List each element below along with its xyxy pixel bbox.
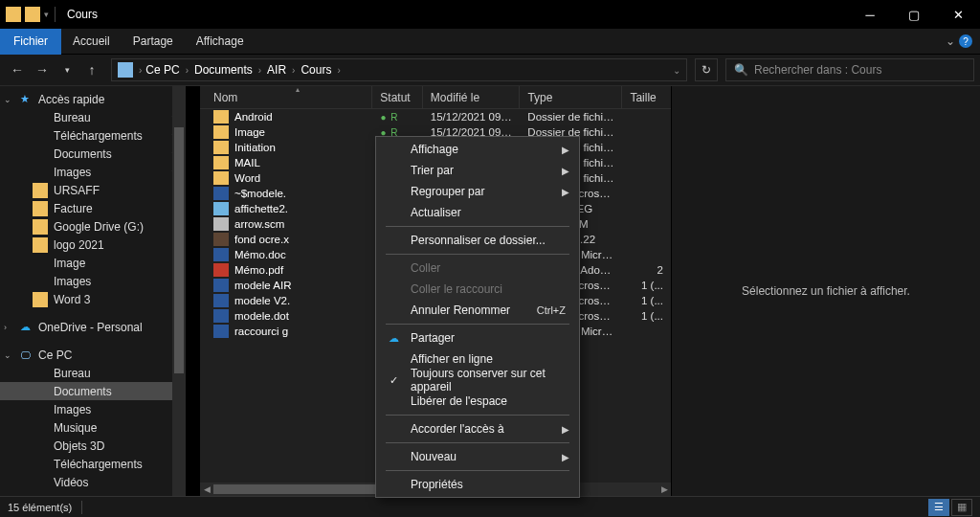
status-text: 15 élément(s) bbox=[8, 502, 72, 513]
maximize-button[interactable]: ▢ bbox=[892, 0, 936, 29]
crumb-2[interactable]: Documents bbox=[194, 63, 253, 77]
window-title: Cours bbox=[67, 8, 98, 21]
app-icon bbox=[6, 7, 21, 22]
nav-quick-item[interactable]: Documents⚲ bbox=[0, 145, 186, 163]
menu-item[interactable]: Propriétés bbox=[376, 474, 579, 495]
tab-accueil[interactable]: Accueil bbox=[61, 29, 122, 55]
status-bar: 15 élément(s) ☰ ▦ bbox=[0, 496, 980, 517]
col-status[interactable]: Statut bbox=[372, 86, 422, 108]
history-dropdown-icon[interactable]: ▾ bbox=[56, 58, 78, 81]
qat-icon bbox=[25, 7, 40, 22]
search-icon: 🔍 bbox=[734, 63, 748, 77]
menu-item: Coller le raccourci bbox=[376, 279, 579, 300]
qat-dropdown-icon[interactable]: ▾ bbox=[44, 10, 49, 19]
forward-button[interactable]: → bbox=[31, 58, 54, 81]
menu-item[interactable]: Accorder l'accès à▶ bbox=[376, 418, 579, 439]
col-type[interactable]: Type bbox=[520, 86, 622, 108]
nav-quick-item[interactable]: Word 3 bbox=[0, 290, 186, 308]
thumbnails-view-button[interactable]: ▦ bbox=[951, 499, 972, 516]
preview-pane: Sélectionnez un fichier à afficher. bbox=[671, 86, 980, 496]
collapse-ribbon-icon[interactable]: ⌄ bbox=[946, 34, 955, 48]
nav-pc-item[interactable]: Musique bbox=[0, 418, 186, 437]
nav-quick-item[interactable]: Images⚲ bbox=[0, 163, 186, 181]
nav-quick-item[interactable]: Google Drive (G:) bbox=[0, 217, 186, 236]
nav-quick-item[interactable]: logo 2021 bbox=[0, 236, 186, 254]
navigation-pane: ⌄★Accès rapide Bureau⚲Téléchargements⚲Do… bbox=[0, 86, 187, 496]
col-name[interactable]: Nom▴ bbox=[200, 86, 372, 108]
menu-item[interactable]: Actualiser bbox=[376, 202, 579, 223]
menu-item[interactable]: Nouveau▶ bbox=[376, 446, 579, 467]
nav-quick-item[interactable]: Bureau⚲ bbox=[0, 108, 186, 126]
menu-item[interactable]: ☁Partager bbox=[376, 327, 579, 348]
crumb-3[interactable]: AIR bbox=[267, 63, 286, 77]
nav-quick-access[interactable]: ⌄★Accès rapide bbox=[0, 90, 186, 108]
tab-partage[interactable]: Partage bbox=[122, 29, 185, 55]
nav-pc-item[interactable]: Images bbox=[0, 400, 186, 418]
context-menu: Affichage▶Trier par▶Regrouper par▶Actual… bbox=[375, 136, 580, 498]
menu-item[interactable]: ✓Toujours conserver sur cet appareil bbox=[376, 370, 579, 391]
col-modified[interactable]: Modifié le bbox=[423, 86, 521, 108]
crumb-1[interactable]: Ce PC bbox=[145, 63, 179, 77]
search-box[interactable]: 🔍 Rechercher dans : Cours bbox=[725, 58, 974, 81]
nav-pc-item[interactable]: Documents bbox=[0, 382, 186, 400]
ribbon-tabs: Fichier Accueil Partage Affichage ⌄ ? bbox=[0, 29, 980, 55]
close-button[interactable]: ✕ bbox=[936, 0, 980, 29]
crumb-4[interactable]: Cours bbox=[301, 63, 331, 77]
details-view-button[interactable]: ☰ bbox=[928, 499, 949, 516]
search-placeholder: Rechercher dans : Cours bbox=[754, 63, 881, 77]
nav-onedrive[interactable]: ›☁OneDrive - Personal bbox=[0, 318, 186, 336]
refresh-button[interactable]: ↻ bbox=[695, 58, 718, 81]
nav-quick-item[interactable]: Téléchargements⚲ bbox=[0, 126, 186, 145]
menu-item[interactable]: Affichage▶ bbox=[376, 139, 579, 160]
nav-quick-item[interactable]: Facture bbox=[0, 199, 186, 217]
menu-item[interactable]: Annuler RenommerCtrl+Z bbox=[376, 300, 579, 321]
nav-scrollbar[interactable] bbox=[172, 86, 186, 496]
menu-item[interactable]: Personnaliser ce dossier... bbox=[376, 230, 579, 251]
nav-this-pc[interactable]: ⌄🖵Ce PC bbox=[0, 346, 186, 364]
nav-quick-item[interactable]: Images bbox=[0, 272, 186, 290]
up-button[interactable]: ↑ bbox=[80, 58, 103, 81]
preview-message: Sélectionnez un fichier à afficher. bbox=[742, 284, 910, 298]
menu-item[interactable]: Libérer de l'espace bbox=[376, 391, 579, 412]
nav-pc-item[interactable]: Téléchargements bbox=[0, 455, 186, 473]
file-tab[interactable]: Fichier bbox=[0, 29, 61, 55]
back-button[interactable]: ← bbox=[6, 58, 29, 81]
menu-item: Coller bbox=[376, 258, 579, 279]
menu-item[interactable]: Trier par▶ bbox=[376, 160, 579, 181]
nav-quick-item[interactable]: Image bbox=[0, 254, 186, 272]
file-row[interactable]: Android● R15/12/2021 09:27Dossier de fic… bbox=[200, 109, 671, 124]
breadcrumb[interactable]: › Ce PC› Documents› AIR› Cours› ⌄ bbox=[111, 58, 687, 81]
tab-affichage[interactable]: Affichage bbox=[185, 29, 256, 55]
nav-bar: ← → ▾ ↑ › Ce PC› Documents› AIR› Cours› … bbox=[0, 55, 980, 86]
col-size[interactable]: Taille bbox=[622, 86, 671, 108]
minimize-button[interactable]: ─ bbox=[848, 0, 892, 29]
nav-pc-item[interactable]: Bureau bbox=[0, 364, 186, 382]
nav-quick-item[interactable]: URSAFF bbox=[0, 181, 186, 199]
nav-pc-item[interactable]: Vidéos bbox=[0, 473, 186, 491]
menu-item[interactable]: Regrouper par▶ bbox=[376, 181, 579, 202]
title-bar: ▾ Cours ─ ▢ ✕ bbox=[0, 0, 980, 29]
column-headers: Nom▴ Statut Modifié le Type Taille bbox=[200, 86, 671, 109]
nav-pc-item[interactable]: ›⛁Disque local (C:) bbox=[0, 491, 186, 496]
help-icon[interactable]: ? bbox=[959, 34, 972, 48]
nav-pc-item[interactable]: Objets 3D bbox=[0, 437, 186, 455]
